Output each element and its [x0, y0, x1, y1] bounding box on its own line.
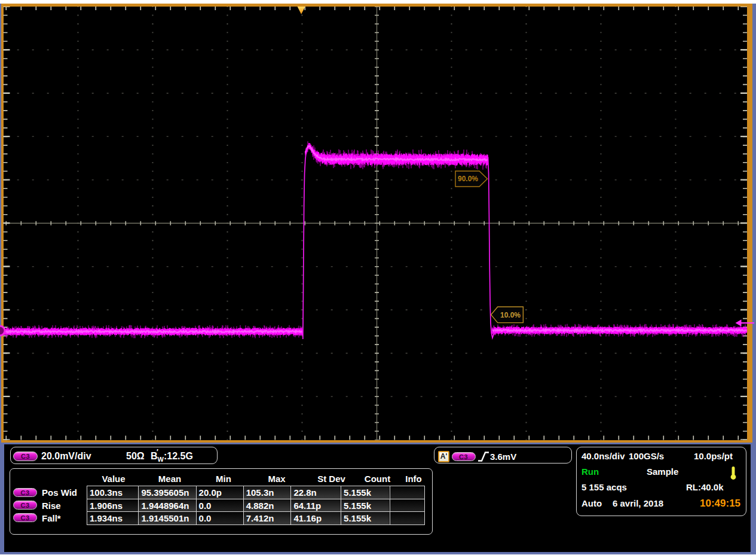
svg-text:10.0%: 10.0%	[500, 311, 521, 319]
svg-text:90.0%: 90.0%	[458, 175, 478, 183]
